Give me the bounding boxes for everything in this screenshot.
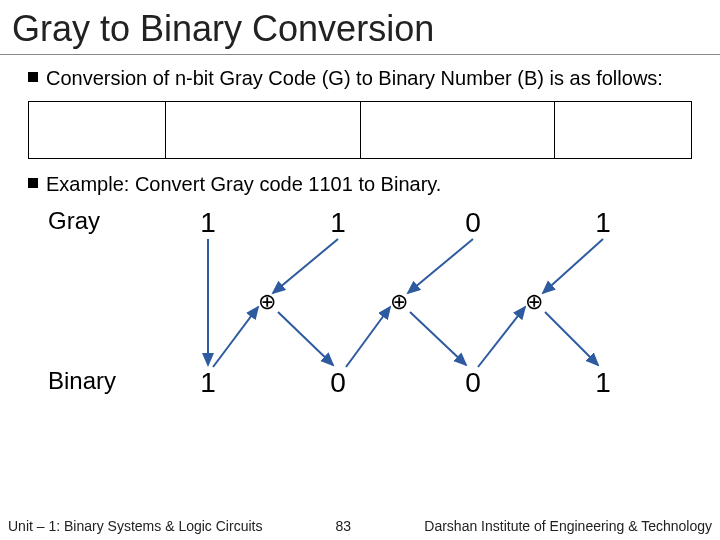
footer-institute: Darshan Institute of Engineering & Techn… [424, 518, 720, 534]
content-area: Conversion of n-bit Gray Code (G) to Bin… [0, 55, 720, 397]
svg-line-3 [278, 312, 333, 365]
svg-line-1 [273, 239, 338, 293]
svg-line-2 [213, 307, 258, 367]
svg-line-9 [545, 312, 598, 365]
conversion-diagram: Gray Binary 1 1 0 1 1 0 0 1 ⊕ ⊕ ⊕ [48, 207, 672, 397]
footer-page: 83 [262, 518, 424, 534]
slide-title: Gray to Binary Conversion [0, 0, 720, 55]
table-cell [361, 102, 556, 158]
svg-line-6 [410, 312, 466, 365]
table-cell [29, 102, 166, 158]
arrows-overlay [48, 207, 688, 407]
footer-unit: Unit – 1: Binary Systems & Logic Circuit… [0, 518, 262, 534]
bullet-1-text: Conversion of n-bit Gray Code (G) to Bin… [46, 65, 692, 91]
bullet-1: Conversion of n-bit Gray Code (G) to Bin… [28, 65, 692, 91]
svg-line-8 [478, 307, 525, 367]
footer: Unit – 1: Binary Systems & Logic Circuit… [0, 518, 720, 534]
svg-line-4 [408, 239, 473, 293]
svg-line-5 [346, 307, 390, 367]
table-cell [166, 102, 361, 158]
bullet-2-text: Example: Convert Gray code 1101 to Binar… [46, 171, 692, 197]
formula-table [28, 101, 692, 159]
table-cell [555, 102, 691, 158]
svg-line-7 [543, 239, 603, 293]
bullet-2: Example: Convert Gray code 1101 to Binar… [28, 171, 692, 197]
bullet-marker-icon [28, 72, 38, 82]
bullet-marker-icon [28, 178, 38, 188]
